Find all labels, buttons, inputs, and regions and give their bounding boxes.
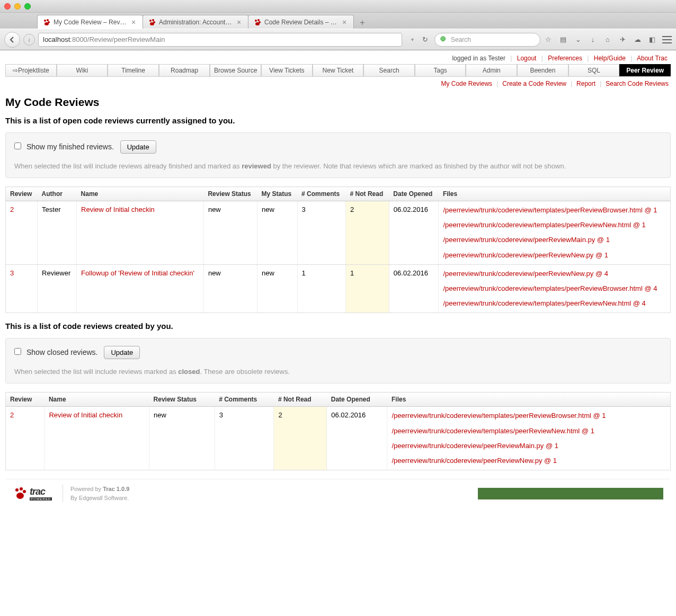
column-header[interactable]: Review Status bbox=[149, 392, 215, 407]
mainnav-item[interactable]: SQL bbox=[568, 64, 620, 76]
column-header[interactable]: Author bbox=[38, 187, 77, 201]
site-info-button[interactable]: i bbox=[23, 34, 35, 46]
ctxtnav-link[interactable]: Create a Code Review bbox=[502, 80, 566, 87]
file-link[interactable]: /peerreview/trunk/codereview/peerReviewN… bbox=[392, 457, 557, 465]
bookmark-star-icon[interactable]: ☆ bbox=[544, 35, 553, 44]
column-header[interactable]: Name bbox=[45, 392, 149, 407]
tab-close-icon[interactable]: × bbox=[130, 19, 137, 26]
new-tab-button[interactable]: + bbox=[355, 17, 369, 29]
search-engine-icon bbox=[440, 36, 448, 43]
column-header[interactable]: # Not Read bbox=[346, 187, 389, 201]
review-id-link[interactable]: 2 bbox=[10, 206, 14, 213]
mainnav-item[interactable]: Beenden bbox=[517, 64, 568, 76]
files-cell: /peerreview/trunk/codereview/templates/p… bbox=[387, 407, 671, 470]
column-header[interactable]: # Not Read bbox=[274, 392, 327, 407]
mainnav-item[interactable]: Tags bbox=[415, 64, 466, 76]
finished-checkbox[interactable] bbox=[14, 142, 21, 149]
browser-tab[interactable]: Administration: Accounts …× bbox=[143, 15, 248, 29]
review-name-link[interactable]: Review of Initial checkin bbox=[49, 411, 122, 419]
downloads-icon[interactable]: ↓ bbox=[588, 35, 598, 44]
review-id-link[interactable]: 2 bbox=[10, 411, 14, 419]
back-arrow-icon bbox=[8, 36, 16, 43]
column-header[interactable]: Review Status bbox=[203, 187, 257, 201]
closed-checkbox-label[interactable]: Show closed reviews. bbox=[14, 348, 100, 356]
mainnav-item[interactable]: View Tickets bbox=[261, 64, 313, 76]
menu-button[interactable] bbox=[662, 35, 672, 44]
column-header[interactable]: # Comments bbox=[297, 187, 345, 201]
mainnav-item[interactable]: Peer Review bbox=[619, 64, 671, 76]
context-nav: My Code Reviews|Create a Code Review|Rep… bbox=[5, 77, 671, 93]
file-link[interactable]: /peerreview/trunk/codereview/peerReviewN… bbox=[443, 270, 608, 278]
file-link[interactable]: /peerreview/trunk/codereview/templates/p… bbox=[392, 427, 594, 435]
chat-icon[interactable]: ☁ bbox=[633, 35, 642, 44]
svg-point-16 bbox=[16, 493, 24, 499]
ctxtnav-link[interactable]: My Code Reviews bbox=[441, 80, 492, 87]
review-id-link[interactable]: 3 bbox=[10, 269, 14, 277]
mainnav-item[interactable]: New Ticket bbox=[313, 64, 364, 76]
browser-tab[interactable]: My Code Review – Review× bbox=[37, 15, 143, 29]
mainnav-item[interactable]: Roadmap bbox=[159, 64, 210, 76]
file-link[interactable]: /peerreview/trunk/codereview/templates/p… bbox=[443, 284, 657, 292]
name-cell: Review of Initial checkin bbox=[45, 407, 149, 470]
file-link[interactable]: /peerreview/trunk/codereview/templates/p… bbox=[443, 221, 645, 229]
status-cell: new bbox=[149, 407, 215, 470]
url-dropdown-icon[interactable]: ▾ bbox=[407, 37, 417, 42]
column-header[interactable]: Date Opened bbox=[327, 392, 387, 407]
minimize-window-button[interactable] bbox=[14, 3, 21, 10]
browser-toolbar-icons: ☆ ▤ ⌄ ↓ ⌂ ✈ ☁ ◧ bbox=[544, 35, 672, 44]
finished-checkbox-label[interactable]: Show my finished reviews. bbox=[14, 142, 116, 151]
mainnav-item[interactable]: Browse Source bbox=[210, 64, 261, 76]
about-link[interactable]: About Trac bbox=[637, 55, 668, 62]
send-icon[interactable]: ✈ bbox=[618, 35, 627, 44]
column-header[interactable]: Review bbox=[6, 392, 45, 407]
trac-logo[interactable]: trac POWERED bbox=[13, 486, 52, 501]
trac-paw-icon bbox=[13, 487, 28, 501]
tab-close-icon[interactable]: × bbox=[235, 19, 243, 26]
not-read-cell: 1 bbox=[346, 264, 389, 313]
review-name-link[interactable]: Review of Initial checkin bbox=[81, 206, 155, 213]
review-id-cell: 3 bbox=[6, 264, 38, 313]
mainnav-item[interactable]: Wiki bbox=[57, 64, 108, 76]
review-id-cell: 2 bbox=[6, 201, 38, 265]
column-header[interactable]: Name bbox=[77, 187, 204, 201]
window-icon[interactable]: ◧ bbox=[647, 35, 657, 44]
column-header[interactable]: My Status bbox=[257, 187, 298, 201]
file-link[interactable]: /peerreview/trunk/codereview/templates/p… bbox=[443, 206, 657, 214]
home-icon[interactable]: ⌂ bbox=[603, 35, 612, 44]
column-header[interactable]: Files bbox=[387, 392, 671, 407]
logout-link[interactable]: Logout bbox=[517, 55, 537, 62]
svg-point-8 bbox=[255, 20, 257, 22]
closed-checkbox[interactable] bbox=[14, 348, 21, 355]
pocket-icon[interactable]: ⌄ bbox=[573, 35, 583, 44]
mainnav-item[interactable]: ⇨Projektliste bbox=[5, 64, 57, 76]
zoom-window-button[interactable] bbox=[24, 3, 31, 10]
url-field[interactable]: localhost:8000/Review/peerReviewMain bbox=[38, 33, 402, 47]
file-link[interactable]: /peerreview/trunk/codereview/peerReviewN… bbox=[443, 251, 608, 259]
mainnav-item[interactable]: Timeline bbox=[108, 64, 159, 76]
back-button[interactable] bbox=[4, 32, 20, 48]
file-link[interactable]: /peerreview/trunk/codereview/templates/p… bbox=[392, 412, 606, 419]
browser-tab[interactable]: Code Review Details – Rev…× bbox=[248, 15, 354, 29]
column-header[interactable]: # Comments bbox=[215, 392, 274, 407]
mainnav-item[interactable]: Admin bbox=[466, 64, 517, 76]
tab-close-icon[interactable]: × bbox=[341, 19, 348, 26]
review-name-link[interactable]: Followup of 'Review of Initial checkin' bbox=[81, 269, 194, 277]
file-link[interactable]: /peerreview/trunk/codereview/templates/p… bbox=[443, 299, 645, 307]
browser-search-box[interactable]: Search bbox=[434, 33, 540, 47]
column-header[interactable]: Files bbox=[439, 187, 671, 201]
reader-icon[interactable]: ▤ bbox=[558, 35, 568, 44]
column-header[interactable]: Review bbox=[6, 187, 38, 201]
file-link[interactable]: /peerreview/trunk/codereview/peerReviewM… bbox=[443, 236, 610, 244]
reload-button[interactable]: ↻ bbox=[419, 34, 431, 46]
browser-search-placeholder: Search bbox=[451, 36, 471, 43]
ctxtnav-link[interactable]: Search Code Reviews bbox=[606, 80, 669, 87]
file-link[interactable]: /peerreview/trunk/codereview/peerReviewM… bbox=[392, 442, 558, 450]
mainnav-item[interactable]: Search bbox=[363, 64, 415, 76]
ctxtnav-link[interactable]: Report bbox=[576, 80, 595, 87]
preferences-link[interactable]: Preferences bbox=[548, 55, 582, 62]
close-window-button[interactable] bbox=[4, 3, 11, 10]
column-header[interactable]: Date Opened bbox=[389, 187, 439, 201]
help-link[interactable]: Help/Guide bbox=[594, 55, 626, 62]
update-button[interactable]: Update bbox=[120, 140, 156, 154]
update-button[interactable]: Update bbox=[104, 346, 140, 359]
